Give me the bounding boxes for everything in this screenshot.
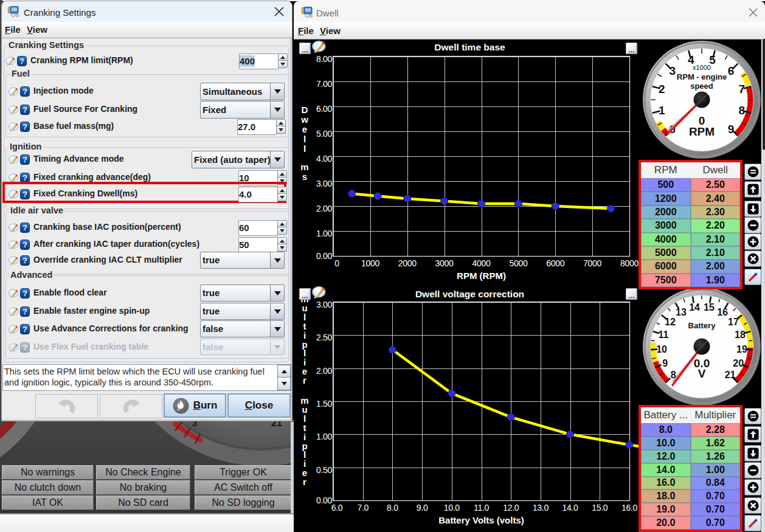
svg-text:3: 3	[192, 420, 197, 428]
svg-text:0.50: 0.50	[316, 465, 333, 475]
svg-text:5.00: 5.00	[316, 129, 333, 139]
svg-text:6.0: 6.0	[331, 503, 343, 513]
svg-text:2.00: 2.00	[316, 204, 333, 213]
svg-text:1000: 1000	[361, 258, 379, 268]
svg-text:14: 14	[689, 302, 700, 313]
svg-text:x1000: x1000	[693, 64, 711, 71]
svg-text:RPM (RPM): RPM (RPM)	[457, 271, 506, 281]
svg-text:16.0: 16.0	[621, 503, 638, 513]
svg-text:4.00: 4.00	[316, 154, 333, 164]
svg-text:m: m	[300, 162, 308, 172]
svg-text:16: 16	[717, 307, 728, 317]
svg-text:13.0: 13.0	[533, 503, 549, 513]
svg-text:s: s	[302, 171, 307, 182]
svg-text:3.00: 3.00	[316, 179, 333, 188]
svg-text:e: e	[302, 124, 307, 134]
svg-text:11.0: 11.0	[474, 503, 490, 513]
svg-text:9: 9	[662, 358, 668, 368]
svg-text:0.00: 0.00	[316, 251, 333, 261]
svg-text:7.00: 7.00	[316, 79, 333, 89]
svg-text:8.0: 8.0	[387, 503, 398, 513]
svg-text:14.0: 14.0	[562, 503, 579, 513]
svg-text:19: 19	[736, 344, 747, 354]
svg-text:18: 18	[735, 330, 746, 340]
svg-text:5000: 5000	[509, 258, 527, 268]
svg-text:D: D	[302, 105, 308, 115]
svg-text:7: 7	[738, 83, 745, 95]
svg-text:speed: speed	[690, 81, 713, 91]
svg-text:2000: 2000	[398, 258, 417, 268]
svg-text:l: l	[303, 143, 306, 154]
svg-text:r: r	[303, 477, 306, 487]
svg-text:15: 15	[704, 302, 715, 313]
svg-text:7.0: 7.0	[357, 503, 369, 513]
svg-text:8: 8	[738, 104, 745, 117]
svg-text:1.00: 1.00	[316, 229, 333, 238]
svg-text:Battery Volts (volts): Battery Volts (volts)	[438, 515, 524, 525]
svg-text:2.50: 2.50	[316, 333, 333, 342]
svg-text:9.0: 9.0	[417, 503, 428, 513]
svg-text:w: w	[300, 114, 308, 125]
svg-text:13: 13	[676, 307, 687, 317]
svg-text:12: 12	[665, 317, 676, 327]
svg-text:1.50: 1.50	[316, 399, 333, 409]
svg-text:12.0: 12.0	[503, 503, 519, 513]
svg-text:2: 2	[659, 83, 665, 95]
svg-text:0.00: 0.00	[316, 496, 333, 505]
svg-text:17: 17	[728, 317, 739, 327]
svg-text:20: 20	[733, 358, 744, 368]
svg-text:Dwell voltage correction: Dwell voltage correction	[415, 289, 524, 299]
svg-text:3: 3	[670, 64, 676, 77]
svg-text:8.00: 8.00	[316, 54, 333, 64]
svg-text:Dwell time base: Dwell time base	[434, 42, 505, 52]
svg-text:4000: 4000	[472, 258, 491, 268]
svg-text:l: l	[303, 134, 306, 144]
svg-text:9: 9	[728, 123, 735, 136]
svg-text:V: V	[698, 367, 706, 380]
svg-text:Battery: Battery	[688, 321, 716, 330]
svg-text:7000: 7000	[583, 258, 601, 268]
svg-text:15.0: 15.0	[592, 503, 608, 513]
svg-text:RPM: RPM	[689, 125, 715, 138]
svg-text:3.00: 3.00	[316, 300, 333, 309]
svg-text:21: 21	[725, 370, 736, 380]
svg-text:3000: 3000	[435, 258, 454, 268]
svg-text:21: 21	[271, 420, 282, 428]
svg-text:6: 6	[728, 64, 735, 77]
svg-text:0: 0	[334, 258, 339, 268]
svg-text:RPM - engine: RPM - engine	[677, 72, 727, 81]
svg-text:8000: 8000	[620, 258, 639, 268]
svg-text:1: 1	[659, 104, 665, 117]
svg-text:r: r	[303, 375, 306, 385]
svg-text:10: 10	[656, 344, 667, 354]
svg-text:1.00: 1.00	[316, 432, 333, 441]
svg-text:6000: 6000	[546, 258, 564, 268]
svg-text:11: 11	[659, 330, 669, 340]
svg-text:10.0: 10.0	[444, 503, 460, 513]
svg-text:2.00: 2.00	[316, 366, 333, 376]
svg-text:6.00: 6.00	[316, 104, 333, 114]
